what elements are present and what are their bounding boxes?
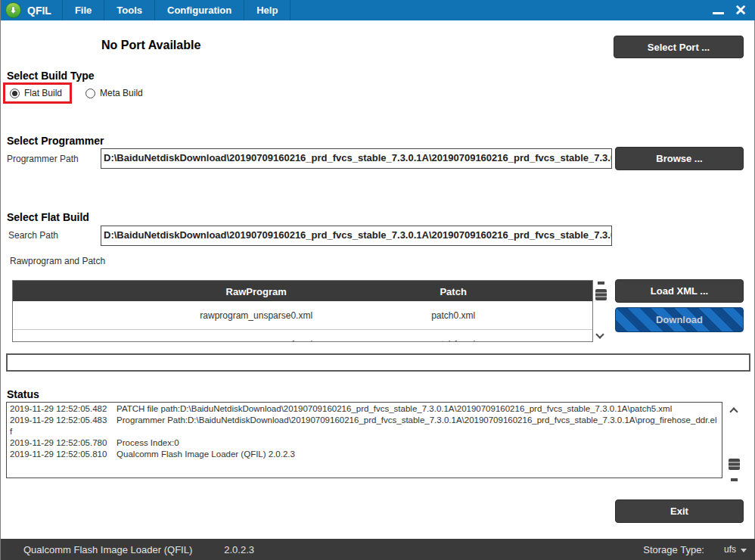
programmer-path-field[interactable]: D:\BaiduNetdiskDownload\20190709160216_p…	[101, 148, 612, 169]
programmer-path-label: Programmer Path	[7, 154, 79, 164]
meta-build-radio[interactable]: Meta Build	[85, 88, 143, 98]
footer-version: 2.0.2.3	[224, 544, 254, 555]
titlebar: QFIL File Tools Configuration Help ✕	[1, 0, 755, 20]
download-button[interactable]: Download	[615, 307, 744, 332]
flat-build-radio[interactable]: Flat Build	[10, 88, 62, 98]
close-icon[interactable]: ✕	[735, 3, 747, 17]
down-arrow-icon	[8, 5, 18, 15]
status-heading: Status	[7, 388, 39, 400]
patch-cell: patch1.xml	[314, 339, 592, 343]
menu-tools[interactable]: Tools	[104, 0, 154, 20]
status-log-line: 2019-11-29 12:52:05.810 Qualcomm Flash I…	[10, 449, 719, 460]
status-log[interactable]: 2019-11-29 12:52:05.482 PATCH file path:…	[6, 402, 722, 478]
table-scroll-down-icon[interactable]	[595, 330, 604, 338]
meta-build-label: Meta Build	[100, 88, 143, 98]
qfil-window: QFIL File Tools Configuration Help ✕ No …	[0, 0, 755, 560]
app-title: QFIL	[27, 0, 62, 20]
flat-build-label: Flat Build	[24, 88, 62, 98]
menu-configuration[interactable]: Configuration	[155, 0, 244, 20]
browse-button[interactable]: Browse ...	[615, 147, 744, 170]
select-port-button[interactable]: Select Port ...	[614, 36, 744, 58]
rawprogram-patch-label: Rawprogram and Patch	[10, 256, 105, 266]
xml-table[interactable]: RawProgram Patch rawprogram_unsparse0.xm…	[12, 280, 593, 342]
table-row[interactable]: rawprogram_unsparse1.xml patch1.xml	[13, 330, 592, 342]
flat-build-heading: Select Flat Build	[7, 211, 89, 223]
minimize-icon[interactable]	[713, 12, 724, 14]
programmer-heading: Select Programmer	[7, 135, 104, 147]
table-row[interactable]: rawprogram_unsparse0.xml patch0.xml	[13, 301, 592, 330]
radio-unselected-icon	[85, 89, 95, 98]
xml-table-header: RawProgram Patch	[13, 281, 592, 301]
search-path-field[interactable]: D:\BaiduNetdiskDownload\20190709160216_p…	[101, 226, 612, 246]
storage-type-label: Storage Type:	[643, 544, 704, 555]
status-log-line: 2019-11-29 12:52:05.482 PATCH file path:…	[10, 403, 719, 415]
flat-build-highlight: Flat Build	[3, 82, 72, 104]
status-scroll-bottom-icon[interactable]	[731, 478, 738, 481]
footer-app-title: Qualcomm Flash Image Loader (QFIL)	[23, 544, 192, 555]
load-xml-button[interactable]: Load XML ...	[615, 279, 744, 303]
radio-selected-icon	[10, 89, 20, 98]
logo-wrap	[1, 0, 27, 20]
storage-type-caret-icon[interactable]	[741, 549, 747, 552]
port-status-text: No Port Available	[101, 39, 200, 52]
status-scroll-up-icon[interactable]	[729, 407, 738, 415]
status-log-line: 2019-11-29 12:52:05.483 Programmer Path:…	[10, 415, 719, 437]
progress-bar	[6, 353, 750, 372]
status-scroll-thumb[interactable]	[729, 459, 740, 470]
build-type-heading: Select Build Type	[7, 70, 95, 82]
table-scroll-thumb[interactable]	[595, 289, 607, 300]
build-type-options: Flat Build Meta Build	[3, 82, 143, 104]
exit-button[interactable]: Exit	[615, 499, 744, 523]
search-path-label: Search Path	[8, 230, 58, 241]
status-log-line: 2019-11-29 12:52:05.780 Process Index:0	[10, 437, 719, 449]
table-scroll-top-icon[interactable]	[598, 282, 604, 285]
patch-cell: patch0.xml	[314, 310, 592, 321]
menu-file[interactable]: File	[63, 0, 104, 20]
qfil-logo-icon	[5, 2, 21, 18]
footer-statusbar: Qualcomm Flash Image Loader (QFIL) 2.0.2…	[1, 539, 755, 560]
patch-column-header: Patch	[314, 285, 592, 297]
storage-type-value[interactable]: ufs	[724, 544, 736, 555]
menu-help[interactable]: Help	[244, 0, 290, 20]
